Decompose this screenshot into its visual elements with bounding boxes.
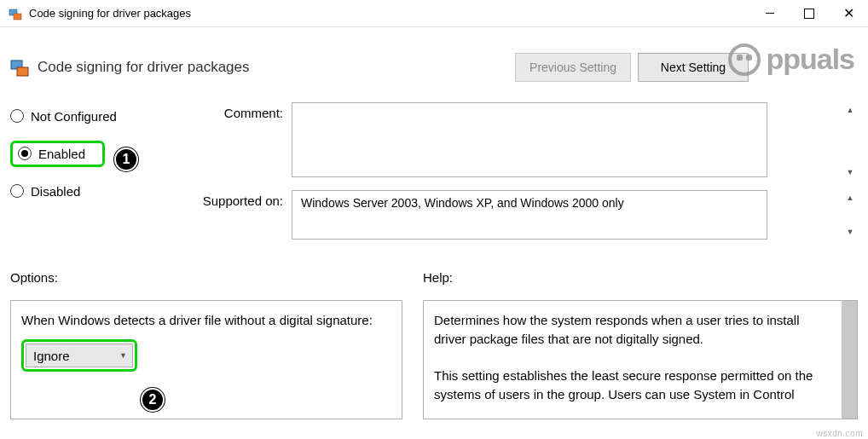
chevron-down-icon: ▼ [119, 351, 127, 360]
radio-label: Enabled [38, 147, 85, 161]
scroll-down-icon[interactable]: ▼ [843, 165, 857, 179]
radio-icon [10, 109, 24, 123]
radio-disabled[interactable]: Disabled [10, 177, 147, 205]
scroll-down-icon[interactable]: ▼ [843, 225, 857, 239]
help-text: Determines how the system responds when … [434, 311, 847, 404]
signature-behavior-dropdown[interactable]: Ignore ▼ [26, 344, 133, 367]
help-label: Help: [423, 270, 858, 285]
gpo-icon [9, 7, 22, 20]
comment-row: Comment: ▲ ▼ [181, 102, 858, 180]
policy-icon [10, 58, 29, 77]
radio-label: Not Configured [31, 109, 117, 124]
comment-label: Comment: [181, 102, 292, 180]
supported-wrap: Windows Server 2003, Windows XP, and Win… [292, 190, 858, 240]
form-column: Comment: ▲ ▼ Supported on: Windows Serve… [181, 102, 858, 250]
options-text: When Windows detects a driver file witho… [21, 311, 391, 329]
previous-setting-button: Previous Setting [515, 53, 631, 82]
help-column: Help: Determines how the system responds… [423, 270, 858, 419]
help-box: Determines how the system responds when … [423, 300, 858, 419]
radio-label: Disabled [31, 184, 80, 199]
help-paragraph-1: Determines how the system responds when … [434, 311, 835, 349]
page-title: Code signing for driver packages [38, 59, 515, 76]
radio-icon [18, 147, 32, 160]
nav-buttons: Previous Setting Next Setting [515, 53, 749, 82]
options-box: When Windows detects a driver file witho… [10, 300, 402, 419]
scroll-up-icon[interactable]: ▲ [843, 103, 857, 117]
watermark-text: ppuals [766, 43, 854, 76]
supported-row: Supported on: Windows Server 2003, Windo… [181, 190, 858, 240]
radio-not-configured[interactable]: Not Configured [10, 102, 147, 130]
titlebar-controls: ✕ [750, 0, 868, 26]
titlebar-text: Code signing for driver packages [29, 7, 750, 20]
close-button[interactable]: ✕ [829, 0, 868, 26]
svg-rect-1 [14, 14, 21, 20]
maximize-button[interactable] [790, 0, 829, 26]
annotation-badge-2: 2 [141, 388, 165, 412]
dropdown-value: Ignore [33, 349, 70, 363]
options-column: Options: When Windows detects a driver f… [10, 270, 406, 419]
highlight-box-1: Enabled [10, 141, 105, 167]
titlebar: Code signing for driver packages ✕ [0, 0, 868, 27]
scroll-up-icon[interactable]: ▲ [843, 191, 857, 205]
watermark-face-icon [728, 43, 761, 76]
footer-watermark: wsxdn.com [816, 429, 863, 438]
comment-input[interactable] [292, 102, 767, 177]
svg-rect-3 [17, 67, 28, 76]
supported-value: Windows Server 2003, Windows XP, and Win… [292, 190, 767, 240]
supported-label: Supported on: [181, 190, 292, 240]
annotation-badge-1: 1 [114, 147, 138, 171]
radio-group: Not Configured Enabled Disabled [10, 102, 147, 250]
comment-wrap: ▲ ▼ [292, 102, 858, 180]
options-label: Options: [10, 270, 406, 285]
highlight-box-2: Ignore ▼ [21, 339, 137, 372]
radio-icon [10, 184, 24, 198]
minimize-button[interactable] [750, 0, 790, 26]
help-paragraph-2: This setting establishes the least secur… [434, 367, 835, 404]
lower-section: Options: When Windows detects a driver f… [0, 250, 868, 419]
scrollbar-thumb[interactable] [842, 301, 857, 419]
watermark: ppuals [728, 43, 854, 76]
content: Not Configured Enabled Disabled Comment:… [0, 102, 868, 250]
